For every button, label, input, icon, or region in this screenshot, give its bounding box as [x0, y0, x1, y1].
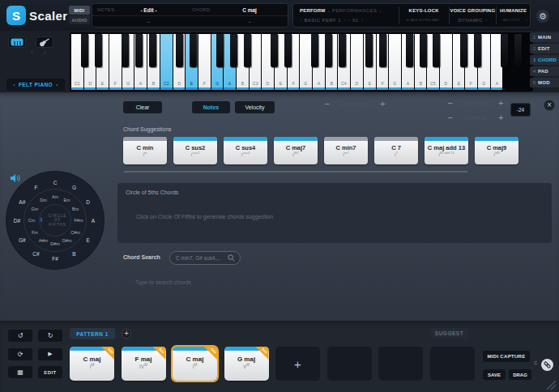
humanize-value[interactable]: VELOCITY — [502, 18, 519, 21]
link-button[interactable] — [541, 359, 553, 371]
pattern-slot-empty[interactable] — [378, 347, 423, 381]
piano-black-key[interactable] — [514, 34, 522, 67]
cof-note-Gs[interactable]: G# — [19, 236, 26, 242]
menu-tab-chord[interactable]: 3CHORD — [530, 55, 559, 65]
audio-toggle[interactable]: AUDIO — [69, 15, 90, 24]
piano-black-key[interactable] — [230, 34, 237, 67]
cof-minor-Fsm[interactable]: F#m — [75, 218, 83, 223]
cof-note-D[interactable]: D — [86, 198, 90, 204]
suggestion-card-c-min7[interactable]: C min7Im7 — [324, 137, 368, 164]
piano-key-C3[interactable]: C3 — [250, 34, 262, 90]
octave-minus-button[interactable]: − — [447, 114, 454, 121]
velocity-tab-button[interactable]: Velocity — [235, 101, 275, 113]
cof-minor-Gsm[interactable]: G#m — [62, 238, 72, 243]
pattern-slot-1[interactable]: EditC majIM — [70, 347, 114, 381]
piano-black-key[interactable] — [365, 34, 373, 67]
piano-black-key[interactable] — [81, 34, 88, 67]
redo-button[interactable]: ↻ — [38, 330, 62, 342]
cof-minor-Csm[interactable]: C#m — [70, 230, 80, 235]
piano-black-key[interactable] — [95, 34, 102, 67]
octave-plus-button[interactable]: + — [497, 114, 504, 121]
close-panel-button[interactable]: × — [544, 100, 555, 111]
cof-note-E[interactable]: E — [87, 236, 90, 242]
inversion-minus-button[interactable]: − — [324, 100, 331, 108]
cof-minor-Am[interactable]: Am — [52, 194, 58, 199]
menu-tab-main[interactable]: 1MAIN — [530, 32, 559, 42]
cof-minor-Dsm[interactable]: D#m — [50, 241, 60, 246]
piano-black-key[interactable] — [122, 34, 129, 67]
suggestion-card-c-maj9[interactable]: C maj9IM9 — [475, 137, 518, 164]
play-button[interactable]: ▶ — [38, 348, 62, 360]
add-chord-slot[interactable]: + — [275, 347, 320, 381]
guitar-view-button[interactable] — [36, 36, 53, 48]
cof-minor-Em[interactable]: Em — [63, 198, 70, 202]
piano-black-key[interactable] — [433, 34, 440, 67]
cof-note-C[interactable]: C — [53, 180, 58, 185]
chord-value[interactable]: C maj — [211, 7, 288, 13]
edit-mode-button[interactable]: EDIT — [38, 366, 62, 378]
cof-note-F[interactable]: F — [35, 185, 38, 190]
suggestion-card-c-maj-add-13[interactable]: C maj add 13IM add 13 — [425, 137, 468, 164]
chevron-left-icon[interactable]: ‹ — [300, 17, 301, 23]
drag-button[interactable]: DRAG — [509, 369, 531, 380]
clear-button[interactable]: Clear — [123, 101, 162, 113]
pattern-slot-empty[interactable] — [430, 347, 475, 381]
chevron-left-icon[interactable]: ‹ — [31, 49, 33, 56]
suggestion-card-c-sus2[interactable]: C sus2Isus2 — [173, 137, 217, 164]
midi-capture-button[interactable]: MIDI CAPTURE — [483, 351, 530, 362]
piano-black-key[interactable] — [311, 34, 318, 67]
circle-of-fifths[interactable]: ♮ CIRCLE OF FIFTHS CGDAEBF#C#G#D#A#FAmEm… — [6, 172, 104, 269]
piano-black-key[interactable] — [406, 34, 413, 67]
chevron-right-icon[interactable]: › — [526, 17, 527, 23]
suggestion-card-c-sus4[interactable]: C sus4Isus4 — [224, 137, 267, 164]
pattern-slot-empty[interactable] — [327, 347, 372, 381]
midi-toggle[interactable]: MIDI — [69, 6, 90, 15]
cof-minor-Cm[interactable]: Cm — [28, 218, 36, 223]
grid-view-button[interactable]: ▦ — [8, 366, 32, 378]
pattern-slot-2[interactable]: EditF majIVM — [122, 347, 166, 381]
chevron-right-icon[interactable]: › — [344, 17, 345, 23]
semitone-minus-button[interactable]: − — [447, 100, 454, 107]
cof-note-As[interactable]: A# — [19, 198, 25, 204]
piano-black-key[interactable] — [379, 34, 386, 67]
notes-value-secondary[interactable]: - — [126, 19, 171, 24]
piano-key-D[interactable]: D — [351, 34, 364, 90]
menu-tab-edit[interactable]: 2EDIT — [530, 44, 559, 53]
menu-tab-pad[interactable]: 4PAD — [530, 66, 559, 76]
semitone-plus-button[interactable]: + — [497, 100, 504, 107]
chevron-left-icon[interactable]: ‹ — [327, 8, 329, 14]
piano-key-F[interactable]: F — [109, 34, 122, 90]
chord-search-box[interactable] — [169, 251, 241, 265]
piano-black-key[interactable] — [501, 34, 508, 67]
inversion-plus-button[interactable]: + — [379, 100, 386, 108]
cof-minor-Gm[interactable]: Gm — [31, 207, 38, 211]
cof-note-G[interactable]: G — [72, 185, 76, 190]
piano-black-key[interactable] — [244, 34, 251, 67]
piano-key-F[interactable]: F — [198, 34, 211, 90]
pattern-slot-4[interactable]: EditG majVM — [224, 347, 269, 381]
chevron-left-icon[interactable]: ‹ — [348, 17, 349, 23]
piano-black-key[interactable] — [135, 34, 143, 67]
suggestions-scrollbar[interactable] — [124, 171, 467, 173]
notes-value[interactable]: - Edit - — [126, 7, 171, 13]
piano-black-key[interactable] — [325, 34, 332, 67]
piano-black-key[interactable] — [271, 34, 278, 67]
settings-gear-button[interactable]: ⚙ — [536, 10, 549, 23]
chevron-right-icon[interactable]: › — [56, 82, 58, 88]
cof-note-Cs[interactable]: C# — [32, 250, 39, 256]
piano-black-key[interactable] — [149, 34, 156, 67]
piano-black-key[interactable] — [460, 34, 467, 67]
voice-grouping-value[interactable]: DYNAMIC — [458, 18, 482, 23]
menu-tab-mod[interactable]: 5MOD — [530, 78, 559, 87]
pattern-slot-3[interactable]: EditC majIM — [173, 347, 217, 381]
suggestion-card-c-7[interactable]: C 7I7 — [374, 137, 418, 164]
chord-value-secondary[interactable]: - — [211, 19, 288, 24]
piano-black-key[interactable] — [190, 34, 197, 67]
cof-note-Fs[interactable]: F# — [52, 256, 58, 262]
chevron-right-icon[interactable]: › — [44, 49, 46, 56]
chevron-right-icon[interactable]: › — [485, 17, 487, 23]
piano-black-key[interactable] — [284, 34, 292, 67]
save-button[interactable]: SAVE — [483, 369, 506, 380]
piano-key-D[interactable]: D — [440, 34, 453, 90]
piano-key-G[interactable]: G — [389, 34, 402, 90]
